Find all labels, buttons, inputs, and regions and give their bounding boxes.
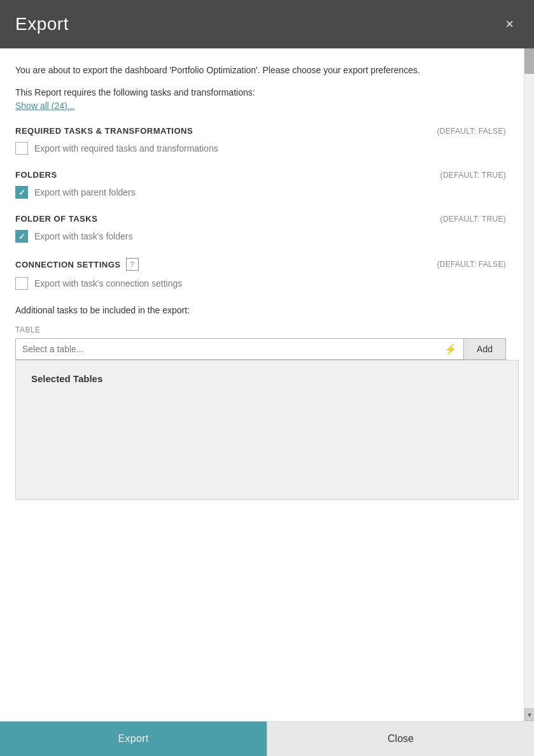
folders-checkbox-row: Export with parent folders [15, 186, 506, 199]
section-folder-of-tasks-header: FOLDER OF TASKS (DEFAULT: TRUE) [15, 214, 506, 224]
dialog-footer: Export Close [0, 721, 534, 756]
section-folders-header: FOLDERS (DEFAULT: TRUE) [15, 170, 506, 180]
dialog-title: Export [15, 14, 69, 34]
additional-tasks-label: Additional tasks to be included in the e… [15, 305, 519, 315]
connection-settings-checkbox[interactable] [15, 277, 28, 290]
section-folders-default: (DEFAULT: TRUE) [440, 171, 506, 180]
table-label: TABLE [15, 325, 506, 334]
section-folders-title: FOLDERS [15, 170, 57, 180]
connection-title-row: CONNECTION SETTINGS ? [15, 258, 139, 271]
report-requires-text: This Report requires the following tasks… [15, 87, 519, 97]
table-input-row: ⚡ Add [15, 338, 506, 360]
close-icon-button[interactable]: × [500, 15, 519, 34]
dialog-header: Export × [0, 0, 534, 48]
section-folder-of-tasks: FOLDER OF TASKS (DEFAULT: TRUE) Export w… [15, 214, 519, 243]
scrollbar[interactable]: ▲ ▼ [524, 48, 534, 721]
scrollbar-down-arrow[interactable]: ▼ [524, 708, 534, 721]
required-tasks-checkbox-label: Export with required tasks and transform… [34, 143, 218, 153]
table-input-wrapper: ⚡ [15, 338, 464, 360]
required-tasks-checkbox[interactable] [15, 142, 28, 155]
section-connection-settings-default: (DEFAULT: FALSE) [437, 260, 506, 269]
table-select-input[interactable] [22, 339, 444, 359]
lightning-icon: ⚡ [444, 343, 457, 355]
required-tasks-checkbox-row: Export with required tasks and transform… [15, 142, 506, 155]
section-required-tasks-default: (DEFAULT: FALSE) [437, 127, 506, 136]
scrollbar-thumb[interactable] [524, 48, 534, 74]
section-connection-settings-header: CONNECTION SETTINGS ? (DEFAULT: FALSE) [15, 258, 506, 271]
folders-checkbox-label: Export with parent folders [34, 187, 136, 197]
section-required-tasks: REQUIRED TASKS & TRANSFORMATIONS (DEFAUL… [15, 126, 519, 155]
selected-tables-title: Selected Tables [31, 373, 503, 384]
selected-tables-box: Selected Tables [15, 360, 519, 500]
folder-of-tasks-checkbox-row: Export with task's folders [15, 230, 506, 243]
show-all-link[interactable]: Show all (24)... [15, 101, 74, 111]
add-table-button[interactable]: Add [464, 338, 506, 360]
connection-settings-checkbox-label: Export with task's connection settings [34, 278, 182, 289]
section-connection-settings: CONNECTION SETTINGS ? (DEFAULT: FALSE) E… [15, 258, 519, 290]
folder-of-tasks-checkbox[interactable] [15, 230, 28, 243]
folders-checkbox[interactable] [15, 186, 28, 199]
export-button[interactable]: Export [0, 722, 267, 756]
section-required-tasks-header: REQUIRED TASKS & TRANSFORMATIONS (DEFAUL… [15, 126, 506, 136]
intro-text: You are about to export the dashboard 'P… [15, 64, 519, 77]
section-required-tasks-title: REQUIRED TASKS & TRANSFORMATIONS [15, 126, 193, 136]
table-section: TABLE ⚡ Add [15, 325, 519, 360]
section-folders: FOLDERS (DEFAULT: TRUE) Export with pare… [15, 170, 519, 199]
connection-settings-checkbox-row: Export with task's connection settings [15, 277, 506, 290]
section-folder-of-tasks-default: (DEFAULT: TRUE) [440, 215, 506, 224]
help-icon[interactable]: ? [126, 258, 139, 271]
dialog-body: ▲ ▼ You are about to export the dashboar… [0, 48, 534, 721]
section-connection-settings-title: CONNECTION SETTINGS [15, 260, 121, 269]
section-folder-of-tasks-title: FOLDER OF TASKS [15, 214, 97, 224]
help-icon-label: ? [130, 260, 134, 268]
export-dialog: Export × ▲ ▼ You are about to export the… [0, 0, 534, 756]
folder-of-tasks-checkbox-label: Export with task's folders [34, 231, 132, 241]
close-footer-button[interactable]: Close [267, 722, 534, 756]
